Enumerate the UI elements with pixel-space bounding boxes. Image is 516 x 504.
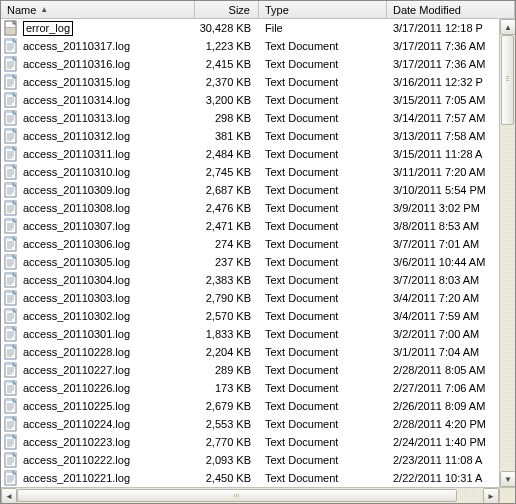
file-name-cell[interactable]: access_20110223.log [1,434,195,450]
column-header-name[interactable]: Name ▲ [1,1,195,18]
file-name-label: access_20110309.log [23,184,130,196]
file-name-cell[interactable]: access_20110315.log [1,74,195,90]
file-name-cell[interactable]: error_log [1,20,195,36]
file-type-cell: Text Document [259,238,387,250]
text-document-icon [3,452,19,468]
file-name-cell[interactable]: access_20110305.log [1,254,195,270]
file-date-cell: 2/24/2011 1:40 PM [387,436,499,448]
file-name-cell[interactable]: access_20110310.log [1,164,195,180]
file-size-cell: 1,223 KB [195,40,259,52]
file-date-cell: 2/28/2011 8:05 AM [387,364,499,376]
horizontal-scrollbar[interactable]: ◄ ► [1,487,499,503]
file-name-cell[interactable]: access_20110304.log [1,272,195,288]
file-row[interactable]: access_20110310.log2,745 KBText Document… [1,163,499,181]
file-row[interactable]: access_20110307.log2,471 KBText Document… [1,217,499,235]
file-date-cell: 3/17/2011 7:36 AM [387,40,499,52]
file-row[interactable]: access_20110305.log237 KBText Document3/… [1,253,499,271]
file-list-body: error_log30,428 KBFile3/17/2011 12:18 Pa… [1,19,515,503]
file-row[interactable]: access_20110306.log274 KBText Document3/… [1,235,499,253]
scroll-thumb-vertical[interactable] [501,35,514,125]
file-name-cell[interactable]: access_20110308.log [1,200,195,216]
file-row[interactable]: access_20110225.log2,679 KBText Document… [1,397,499,415]
file-name-cell[interactable]: access_20110307.log [1,218,195,234]
text-document-icon [3,344,19,360]
file-name-cell[interactable]: access_20110225.log [1,398,195,414]
scroll-thumb-horizontal[interactable] [17,489,457,502]
file-row[interactable]: access_20110304.log2,383 KBText Document… [1,271,499,289]
file-row[interactable]: access_20110315.log2,370 KBText Document… [1,73,499,91]
file-name-label: access_20110314.log [23,94,130,106]
file-name-cell[interactable]: access_20110317.log [1,38,195,54]
file-size-cell: 2,383 KB [195,274,259,286]
file-row[interactable]: access_20110224.log2,553 KBText Document… [1,415,499,433]
file-name-cell[interactable]: access_20110302.log [1,308,195,324]
scroll-right-button[interactable]: ► [483,488,499,503]
file-row[interactable]: access_20110303.log2,790 KBText Document… [1,289,499,307]
file-row[interactable]: access_20110316.log2,415 KBText Document… [1,55,499,73]
file-size-cell: 2,471 KB [195,220,259,232]
text-document-icon [3,38,19,54]
file-row[interactable]: access_20110221.log2,450 KBText Document… [1,469,499,487]
scroll-down-button[interactable]: ▼ [500,471,515,487]
file-name-rename-input[interactable]: error_log [23,21,73,36]
file-name-label: access_20110317.log [23,40,130,52]
file-type-cell: Text Document [259,382,387,394]
file-type-cell: Text Document [259,202,387,214]
file-row[interactable]: access_20110314.log3,200 KBText Document… [1,91,499,109]
scroll-track-horizontal[interactable] [17,488,483,503]
file-row[interactable]: error_log30,428 KBFile3/17/2011 12:18 P [1,19,499,37]
file-row[interactable]: access_20110222.log2,093 KBText Document… [1,451,499,469]
file-row[interactable]: access_20110228.log2,204 KBText Document… [1,343,499,361]
scroll-track-vertical[interactable] [500,35,515,471]
file-list-rows[interactable]: error_log30,428 KBFile3/17/2011 12:18 Pa… [1,19,499,487]
file-name-cell[interactable]: access_20110311.log [1,146,195,162]
file-size-cell: 2,570 KB [195,310,259,322]
file-type-cell: File [259,22,387,34]
file-name-cell[interactable]: access_20110226.log [1,380,195,396]
file-date-cell: 3/14/2011 7:57 AM [387,112,499,124]
file-row[interactable]: access_20110226.log173 KBText Document2/… [1,379,499,397]
file-name-cell[interactable]: access_20110301.log [1,326,195,342]
column-header-date[interactable]: Date Modified [387,1,515,18]
file-name-label: access_20110306.log [23,238,130,250]
column-header-size[interactable]: Size [195,1,259,18]
file-type-cell: Text Document [259,400,387,412]
column-header-row: Name ▲ Size Type Date Modified [1,1,515,19]
file-name-cell[interactable]: access_20110306.log [1,236,195,252]
file-row[interactable]: access_20110227.log289 KBText Document2/… [1,361,499,379]
file-name-label: access_20110228.log [23,346,130,358]
file-row[interactable]: access_20110308.log2,476 KBText Document… [1,199,499,217]
file-row[interactable]: access_20110311.log2,484 KBText Document… [1,145,499,163]
file-name-cell[interactable]: access_20110303.log [1,290,195,306]
file-type-cell: Text Document [259,94,387,106]
scroll-up-button[interactable]: ▲ [500,19,515,35]
text-document-icon [3,290,19,306]
file-name-cell[interactable]: access_20110314.log [1,92,195,108]
file-row[interactable]: access_20110302.log2,570 KBText Document… [1,307,499,325]
file-name-cell[interactable]: access_20110309.log [1,182,195,198]
file-name-cell[interactable]: access_20110228.log [1,344,195,360]
file-row[interactable]: access_20110309.log2,687 KBText Document… [1,181,499,199]
file-row[interactable]: access_20110301.log1,833 KBText Document… [1,325,499,343]
file-name-cell[interactable]: access_20110316.log [1,56,195,72]
file-row[interactable]: access_20110317.log1,223 KBText Document… [1,37,499,55]
file-type-cell: Text Document [259,472,387,484]
file-row[interactable]: access_20110312.log381 KBText Document3/… [1,127,499,145]
file-type-cell: Text Document [259,40,387,52]
file-name-cell[interactable]: access_20110227.log [1,362,195,378]
file-row[interactable]: access_20110223.log2,770 KBText Document… [1,433,499,451]
file-row[interactable]: access_20110313.log298 KBText Document3/… [1,109,499,127]
file-type-cell: Text Document [259,256,387,268]
file-name-label: access_20110301.log [23,328,130,340]
file-name-cell[interactable]: access_20110312.log [1,128,195,144]
file-name-cell[interactable]: access_20110224.log [1,416,195,432]
text-document-icon [3,272,19,288]
file-name-cell[interactable]: access_20110221.log [1,470,195,486]
column-header-type[interactable]: Type [259,1,387,18]
file-size-cell: 2,790 KB [195,292,259,304]
file-name-cell[interactable]: access_20110313.log [1,110,195,126]
file-name-cell[interactable]: access_20110222.log [1,452,195,468]
scroll-left-button[interactable]: ◄ [1,488,17,503]
vertical-scrollbar[interactable]: ▲ ▼ [499,19,515,487]
file-date-cell: 3/9/2011 3:02 PM [387,202,499,214]
